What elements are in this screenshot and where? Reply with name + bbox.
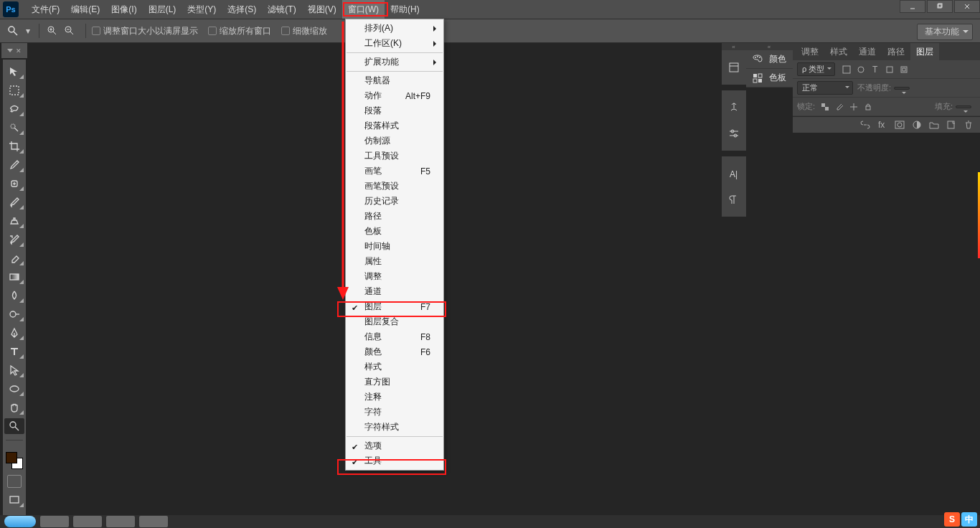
zoom-in-icon[interactable] <box>45 24 60 38</box>
menu-paths[interactable]: 路径 <box>346 209 443 224</box>
close-button[interactable] <box>954 0 980 13</box>
paragraph-panel-icon[interactable] <box>725 191 743 208</box>
gradient-tool[interactable] <box>4 269 24 285</box>
menu-layer-comps[interactable]: 图层复合 <box>346 314 443 329</box>
history-brush-tool[interactable] <box>4 232 24 248</box>
marquee-tool[interactable] <box>4 82 24 98</box>
add-adjustment-icon[interactable] <box>910 119 924 131</box>
new-group-icon[interactable] <box>927 119 941 131</box>
menu-select[interactable]: 选择(S) <box>222 0 262 19</box>
move-tool[interactable] <box>4 64 24 80</box>
blend-mode-dropdown[interactable]: 正常 <box>797 81 853 95</box>
filter-smart-icon[interactable] <box>898 64 910 75</box>
eyedropper-tool[interactable] <box>4 157 24 173</box>
menu-actions[interactable]: 动作Alt+F9 <box>346 88 443 103</box>
menu-character-styles[interactable]: 字符样式 <box>346 420 443 435</box>
menu-channels[interactable]: 通道 <box>346 284 443 299</box>
tab-styles[interactable]: 样式 <box>824 43 853 60</box>
filter-adjust-icon[interactable] <box>855 64 867 75</box>
screen-mode-button[interactable] <box>4 492 24 508</box>
menu-type[interactable]: 类型(Y) <box>182 0 222 19</box>
dock1-collapse[interactable]: « <box>722 43 746 50</box>
task-icon-2[interactable] <box>73 516 102 527</box>
fill-input[interactable] <box>956 105 971 108</box>
menu-navigator[interactable]: 导航器 <box>346 73 443 88</box>
zoom-tool[interactable] <box>4 418 24 434</box>
brush-settings-icon[interactable] <box>725 125 743 142</box>
restore-button[interactable] <box>927 0 953 13</box>
ime-indicator[interactable]: S中 <box>944 512 977 527</box>
quick-select-tool[interactable] <box>4 120 24 136</box>
toolbox-collapse[interactable]: ✕ <box>1 43 27 58</box>
menu-window[interactable]: 窗口(W) <box>342 0 385 19</box>
menu-workspace[interactable]: 工作区(K) <box>346 36 443 51</box>
menu-properties[interactable]: 属性 <box>346 254 443 269</box>
lasso-tool[interactable] <box>4 101 24 117</box>
tab-adjustments[interactable]: 调整 <box>796 43 824 60</box>
lock-all-icon[interactable] <box>862 101 874 113</box>
color-swatches[interactable] <box>4 451 24 471</box>
dodge-tool[interactable] <box>4 306 24 322</box>
quick-mask-toggle[interactable] <box>7 475 22 488</box>
menu-adjustments[interactable]: 调整 <box>346 269 443 284</box>
menu-extensions[interactable]: 扩展功能 <box>346 55 443 70</box>
menu-histogram[interactable]: 直方图 <box>346 374 443 390</box>
link-layers-icon[interactable] <box>858 119 872 131</box>
zoom-out-icon[interactable] <box>62 24 77 38</box>
hand-tool[interactable] <box>4 400 24 415</box>
brush-presets-icon[interactable] <box>725 99 743 116</box>
menu-tool-presets[interactable]: 工具预设 <box>346 148 443 164</box>
menu-image[interactable]: 图像(I) <box>105 0 142 19</box>
menu-filter[interactable]: 滤镜(T) <box>262 0 301 19</box>
pen-tool[interactable] <box>4 325 24 341</box>
swatches-panel-collapsed[interactable]: 色板 <box>746 69 793 88</box>
eraser-tool[interactable] <box>4 250 24 266</box>
shape-tool[interactable] <box>4 381 24 397</box>
dock2-collapse[interactable]: « <box>746 43 793 50</box>
layer-filter-dropdown[interactable]: ρ 类型 <box>797 62 835 76</box>
blur-tool[interactable] <box>4 288 24 303</box>
menu-clone-source[interactable]: 仿制源 <box>346 133 443 148</box>
add-mask-icon[interactable] <box>892 119 907 131</box>
menu-arrange[interactable]: 排列(A) <box>346 21 443 36</box>
zoom-all-windows-checkbox[interactable]: 缩放所有窗口 <box>208 25 271 37</box>
lock-pixels-icon[interactable] <box>834 101 845 113</box>
start-button[interactable] <box>4 516 36 527</box>
menu-notes[interactable]: 注释 <box>346 390 443 405</box>
menu-swatches[interactable]: 色板 <box>346 224 443 239</box>
path-select-tool[interactable] <box>4 362 24 378</box>
tab-paths[interactable]: 路径 <box>882 43 910 60</box>
layer-style-icon[interactable]: fx <box>875 119 890 131</box>
color-panel-collapsed[interactable]: 颜色 <box>746 50 793 69</box>
menu-history[interactable]: 历史记录 <box>346 194 443 209</box>
menu-styles[interactable]: 样式 <box>346 359 443 374</box>
menu-file[interactable]: 文件(F) <box>26 0 65 19</box>
type-tool[interactable] <box>4 344 24 359</box>
filter-pixel-icon[interactable] <box>841 64 852 75</box>
task-icon-4[interactable] <box>139 516 168 527</box>
menu-character[interactable]: 字符 <box>346 405 443 420</box>
menu-help[interactable]: 帮助(H) <box>385 0 425 19</box>
menu-timeline[interactable]: 时间轴 <box>346 239 443 254</box>
lock-position-icon[interactable] <box>848 101 859 113</box>
resize-window-checkbox[interactable]: 调整窗口大小以满屏显示 <box>92 25 198 37</box>
character-panel-icon[interactable]: A| <box>725 165 743 182</box>
brush-tool[interactable] <box>4 194 24 210</box>
healing-brush-tool[interactable] <box>4 176 24 192</box>
menu-paragraph[interactable]: 段落 <box>346 103 443 118</box>
opacity-input[interactable] <box>894 87 910 90</box>
minimize-button[interactable] <box>900 0 925 13</box>
task-icon-1[interactable] <box>40 516 69 527</box>
history-icon[interactable] <box>725 59 743 76</box>
workspace-switcher[interactable]: 基本功能 <box>917 24 973 40</box>
menu-options[interactable]: ✔选项 <box>346 438 443 453</box>
menu-layers[interactable]: ✔图层F7 <box>346 299 443 314</box>
clone-stamp-tool[interactable] <box>4 213 24 229</box>
task-icon-3[interactable] <box>106 516 135 527</box>
lock-transparency-icon[interactable] <box>819 101 831 113</box>
new-layer-icon[interactable] <box>944 119 958 131</box>
delete-layer-icon[interactable] <box>961 119 976 131</box>
menu-brush-presets[interactable]: 画笔预设 <box>346 179 443 194</box>
menu-info[interactable]: 信息F8 <box>346 329 443 344</box>
menu-view[interactable]: 视图(V) <box>302 0 342 19</box>
